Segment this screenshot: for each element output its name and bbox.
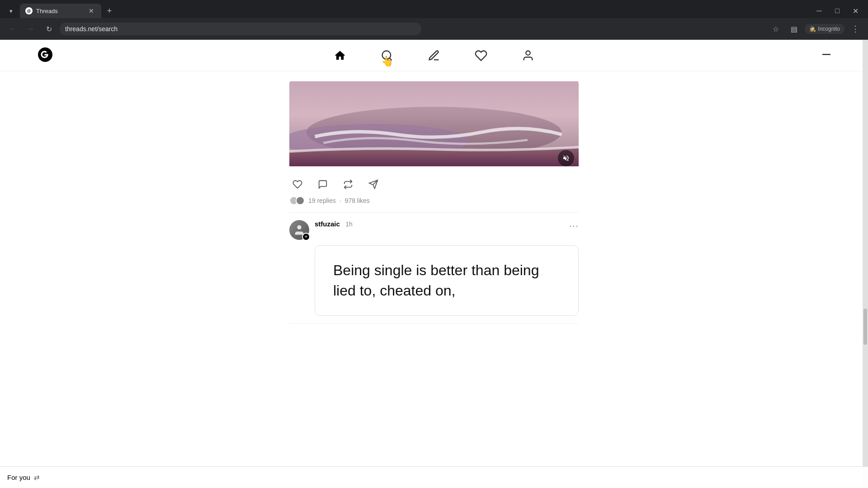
- active-tab[interactable]: @ Threads ✕: [20, 4, 101, 18]
- browser-chrome: ▾ @ Threads ✕ + ─ □ ✕ ← → ↻ ☆ ▤ 🕵 Incogn…: [0, 0, 868, 40]
- share-btn[interactable]: [365, 176, 382, 192]
- scroll-area[interactable]: 19 replies · 978 likes +: [0, 71, 868, 488]
- feed: 19 replies · 978 likes +: [280, 71, 588, 324]
- search-nav-btn[interactable]: 👆: [377, 46, 397, 66]
- refresh-btn[interactable]: ↻: [42, 22, 56, 36]
- profile-nav-btn[interactable]: [518, 46, 538, 66]
- post-image: [289, 79, 579, 169]
- post-more-btn[interactable]: ···: [569, 220, 579, 232]
- avatar-plus-btn[interactable]: +: [302, 233, 310, 241]
- svg-point-0: [382, 51, 391, 59]
- incognito-badge: 🕵 Incognito: [805, 24, 844, 34]
- close-btn[interactable]: ✕: [848, 4, 863, 18]
- post-text: Being single is better than being lied t…: [333, 260, 560, 301]
- top-nav: 👆: [0, 40, 868, 71]
- post-username: stfuzaic: [315, 220, 340, 228]
- mute-btn[interactable]: [558, 150, 574, 166]
- nav-icons: 👆: [330, 46, 538, 66]
- like-btn[interactable]: [289, 176, 306, 192]
- svg-line-1: [389, 58, 392, 60]
- activity-nav-btn[interactable]: [471, 46, 491, 66]
- mini-avatar-2: [296, 196, 305, 205]
- avatar-wrap: +: [289, 220, 309, 240]
- compose-nav-btn[interactable]: [424, 46, 444, 66]
- address-bar-right: ☆ ▤ 🕵 Incognito ⋮: [769, 22, 863, 36]
- repost-btn[interactable]: [340, 176, 356, 192]
- minimize-btn[interactable]: ─: [812, 4, 826, 18]
- back-btn[interactable]: ←: [5, 22, 20, 36]
- threads-logo: [36, 46, 54, 66]
- tab-bar-left: ▾ @ Threads ✕ +: [0, 4, 116, 18]
- post-meta: stfuzaic 1h: [315, 220, 564, 228]
- incognito-label: Incognito: [818, 26, 840, 32]
- scrollbar-thumb: [863, 309, 867, 345]
- profile-switcher-btn[interactable]: ▾: [4, 4, 18, 18]
- post-stats: 19 replies · 978 likes: [289, 196, 579, 205]
- likes-count: 978 likes: [345, 197, 370, 204]
- address-input[interactable]: [60, 23, 421, 35]
- maximize-btn[interactable]: □: [830, 4, 844, 18]
- post-2: + stfuzaic 1h ··· Being single is better…: [289, 213, 579, 324]
- page: 👆: [0, 40, 868, 488]
- for-you-label: For you: [7, 474, 30, 481]
- right-scrollbar[interactable]: [863, 40, 868, 488]
- menu-btn-browser[interactable]: ⋮: [848, 22, 863, 36]
- svg-point-2: [526, 51, 530, 55]
- post-2-header: + stfuzaic 1h ···: [289, 220, 579, 240]
- hamburger-menu-btn[interactable]: [821, 49, 832, 62]
- tab-title: Threads: [36, 8, 58, 14]
- stats-separator: ·: [340, 197, 341, 204]
- bottom-bar: For you ⇄: [0, 466, 868, 488]
- post-actions: [289, 176, 579, 192]
- tab-bar: ▾ @ Threads ✕ + ─ □ ✕: [0, 0, 868, 18]
- incognito-icon: 🕵: [809, 26, 816, 32]
- post-time: 1h: [345, 221, 353, 228]
- post-content-card: Being single is better than being lied t…: [315, 245, 579, 316]
- svg-point-9: [297, 225, 301, 230]
- forward-btn[interactable]: →: [24, 22, 38, 36]
- comment-btn[interactable]: [315, 176, 331, 192]
- refresh-icon: ⇄: [34, 474, 40, 482]
- post-media[interactable]: [289, 79, 579, 171]
- tab-close-btn[interactable]: ✕: [87, 6, 96, 15]
- tab-favicon: @: [25, 7, 33, 14]
- address-bar-row: ← → ↻ ☆ ▤ 🕵 Incognito ⋮: [0, 18, 868, 40]
- home-nav-btn[interactable]: [330, 46, 350, 66]
- new-tab-btn[interactable]: +: [103, 5, 116, 17]
- post-1: 19 replies · 978 likes: [289, 71, 579, 213]
- bookmark-btn[interactable]: ☆: [769, 22, 783, 36]
- replies-count: 19 replies: [308, 197, 336, 204]
- sidebar-btn[interactable]: ▤: [787, 22, 801, 36]
- reply-avatars: [289, 196, 305, 205]
